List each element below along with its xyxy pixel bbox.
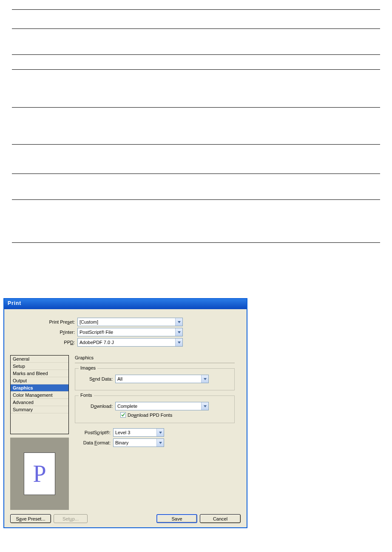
document-rule-area [0, 0, 392, 243]
dropdown-button-icon[interactable] [201, 402, 208, 410]
dropdown-button-icon[interactable] [156, 439, 164, 447]
data-format-select[interactable]: Binary [113, 438, 164, 447]
sidebar-item-general[interactable]: General [11, 356, 68, 363]
send-data-select[interactable]: All [115, 375, 209, 383]
sidebar-item-setup[interactable]: Setup [11, 363, 68, 370]
panel-divider [75, 363, 235, 363]
cancel-button-label: Cancel [213, 516, 227, 521]
save-button[interactable]: Save [156, 514, 197, 523]
sidebar-item-advanced[interactable]: Advanced [11, 399, 68, 406]
sidebar-item-graphics[interactable]: Graphics [11, 384, 68, 392]
download-ppd-fonts-label: Download PPD Fonts [128, 413, 172, 418]
panel-heading: Graphics [75, 355, 241, 360]
dropdown-button-icon[interactable] [156, 429, 164, 436]
fonts-group-label: Fonts [79, 393, 94, 398]
sidebar-item-output[interactable]: Output [11, 377, 68, 384]
preview-letter: P [33, 460, 46, 487]
send-data-value: All [116, 376, 201, 381]
postscript-value: Level 3 [114, 430, 156, 435]
cancel-button[interactable]: Cancel [200, 514, 241, 523]
sidebar-item-color-management[interactable]: Color Management [11, 392, 68, 399]
postscript-label: PostScript®: [75, 430, 113, 435]
ppd-select[interactable]: AdobePDF 7.0 J [77, 338, 183, 347]
window-title: Print [8, 300, 21, 306]
send-data-label: Send Data: [80, 376, 115, 381]
ppd-label: PPD: [10, 340, 77, 345]
printer-label: Printer: [10, 330, 77, 335]
print-preset-label: Print Preset: [10, 319, 77, 324]
page-preview: P [10, 438, 69, 510]
printer-value: PostScript® File [78, 330, 175, 335]
images-group: Images Send Data: All [75, 368, 235, 390]
download-select[interactable]: Complete [115, 402, 209, 410]
dropdown-button-icon[interactable] [175, 328, 182, 336]
ppd-value: AdobePDF 7.0 J [78, 340, 175, 345]
download-value: Complete [116, 404, 201, 409]
category-listbox[interactable]: General Setup Marks and Bleed Output Gra… [10, 355, 69, 434]
checkbox-checked-icon [120, 412, 126, 418]
sidebar-item-marks-and-bleed[interactable]: Marks and Bleed [11, 370, 68, 377]
print-preset-value: [Custom] [78, 319, 175, 324]
print-dialog: Print Print Preset: [Custom] Printer: [3, 298, 247, 528]
dropdown-button-icon[interactable] [201, 375, 208, 383]
print-preset-select[interactable]: [Custom] [77, 318, 183, 326]
images-group-label: Images [79, 365, 97, 370]
dropdown-button-icon[interactable] [175, 339, 182, 346]
dropdown-button-icon[interactable] [175, 318, 182, 326]
setup-button: Setup... [54, 514, 88, 523]
sidebar-item-summary[interactable]: Summary [11, 406, 68, 413]
printer-select[interactable]: PostScript® File [77, 328, 183, 336]
download-ppd-fonts-checkbox[interactable]: Download PPD Fonts [120, 412, 230, 418]
data-format-label: Data Format: [75, 440, 113, 445]
preview-page: P [24, 452, 55, 495]
window-titlebar: Print [4, 299, 247, 309]
postscript-select[interactable]: Level 3 [113, 428, 164, 437]
save-button-label: Save [171, 516, 182, 521]
download-label: Download: [80, 404, 115, 409]
save-preset-button[interactable]: Save Preset... [10, 514, 51, 523]
data-format-value: Binary [114, 440, 156, 445]
fonts-group: Fonts Download: Complete [75, 396, 235, 423]
